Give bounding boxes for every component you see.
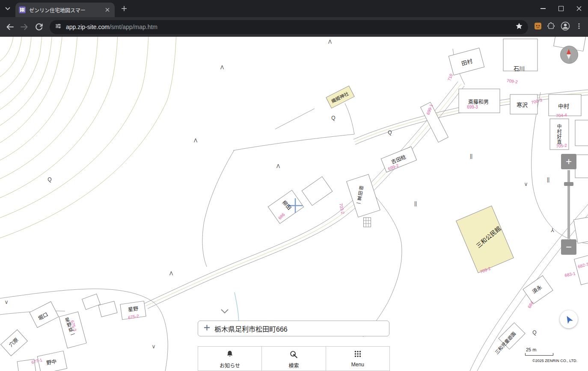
map-label: 星野 (128, 304, 139, 313)
tab-title: ゼンリン住宅地図スマー (29, 6, 104, 14)
tab-close-icon[interactable] (104, 6, 111, 14)
triangulation-mark: Λ (328, 39, 332, 45)
menu-label: Menu (351, 362, 364, 368)
back-button[interactable] (3, 20, 17, 34)
browser-toolbar: app.zip-site.com/smt/app/map.htm (0, 17, 588, 37)
url-host: app.zip-site.com (66, 24, 110, 30)
bell-icon (225, 350, 235, 360)
site-favicon (19, 6, 26, 13)
zoom-slider-track[interactable] (567, 170, 570, 238)
window-close-button[interactable] (570, 0, 588, 17)
map-label: 中村 (558, 102, 569, 110)
well-symbol: Q (388, 130, 392, 135)
parallel-mark: || (414, 200, 417, 206)
address-search-box[interactable]: 栃木県足利市松田町666 (198, 321, 389, 336)
profile-avatar[interactable] (561, 21, 570, 32)
url-path: /smt/app/map.htm (110, 24, 157, 30)
triangulation-mark: Λ (169, 271, 173, 277)
zoom-slider-handle[interactable] (564, 182, 573, 186)
map-label: 寒沢 (517, 100, 528, 109)
url-text: app.zip-site.com/smt/app/map.htm (66, 24, 157, 30)
triangulation-mark: Λ (220, 65, 224, 71)
map-label: 斎藤和男 (468, 98, 489, 105)
parallel-mark: || (547, 177, 549, 183)
search-button[interactable]: 検索 (262, 347, 326, 371)
window-maximize-button[interactable] (552, 0, 570, 17)
tab-strip: ゼンリン住宅地図スマー (0, 0, 588, 17)
extension-icon[interactable] (534, 22, 542, 32)
scale-bar: 25 m (525, 347, 553, 356)
forward-button[interactable] (17, 20, 32, 34)
bookmark-star-icon[interactable] (515, 22, 523, 32)
kebab-menu-icon[interactable] (575, 22, 583, 32)
menu-button[interactable]: Menu (326, 347, 389, 371)
compass-control[interactable] (560, 46, 578, 64)
triangulation-mark: Λ (276, 163, 280, 169)
chevron-mark: ∨ (524, 181, 528, 187)
map-label: 石川 (514, 64, 525, 72)
search-icon (288, 350, 299, 360)
chevron-mark: ∨ (151, 343, 156, 350)
contour-lines (0, 37, 176, 240)
parallel-mark: || (470, 153, 472, 159)
map-label: 中村好直 (555, 124, 562, 144)
plus-icon (203, 324, 211, 333)
well-symbol: Q (48, 177, 51, 183)
well-symbol: Q (532, 330, 536, 336)
new-tab-button[interactable] (120, 4, 128, 13)
shed-building (364, 218, 371, 227)
zoom-in-button[interactable]: + (561, 154, 576, 169)
parcel-number: 699-3 (467, 105, 478, 109)
grid-menu-icon (353, 350, 363, 360)
well-symbol: Q (331, 115, 335, 121)
address-bar[interactable]: app.zip-site.com/smt/app/map.htm (50, 20, 528, 34)
browser-tab[interactable]: ゼンリン住宅地図スマー (15, 3, 115, 17)
map-copyright: ©2025 ZENRIN CO., LTD. (532, 359, 577, 363)
bottom-navigation: お知らせ 検索 Menu (198, 346, 390, 371)
notifications-label: お知らせ (220, 362, 240, 369)
zoom-out-button[interactable]: − (561, 239, 576, 255)
tab-list-chevron-icon[interactable] (3, 5, 12, 12)
window-minimize-button[interactable] (534, 0, 552, 17)
window-controls (534, 0, 588, 17)
collapse-search-chevron-icon[interactable] (219, 308, 230, 315)
extensions-puzzle-icon[interactable] (547, 22, 555, 32)
utility-pole-symbol: Y (551, 227, 554, 233)
toolbar-right-icons (534, 21, 583, 32)
triangulation-mark: Λ (194, 138, 197, 144)
notifications-button[interactable]: お知らせ (198, 347, 262, 371)
current-location-button[interactable] (560, 310, 578, 328)
scale-line (525, 353, 553, 356)
search-address-text: 栃木県足利市松田町666 (214, 324, 288, 334)
parcel-number: 704-4 (556, 112, 567, 118)
chevron-mark: ∨ (4, 299, 9, 305)
site-info-icon[interactable] (55, 23, 62, 31)
search-label: 検索 (288, 362, 299, 369)
scale-label: 25 m (526, 347, 553, 352)
reload-button[interactable] (32, 20, 46, 34)
